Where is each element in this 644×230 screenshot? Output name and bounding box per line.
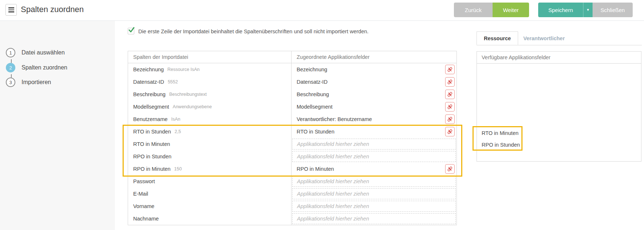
import-column-label: Beschreibung xyxy=(133,91,166,97)
drop-target-placeholder[interactable]: Applikationsfeld hierher ziehen xyxy=(292,213,456,224)
available-fields-header: Verfügbare Applikationsfelder xyxy=(477,52,641,64)
import-column-sample: 150 xyxy=(174,166,182,171)
table-row: RPO in Stunden Applikationsfeld hierher … xyxy=(128,150,456,163)
import-column-cell: Nachname xyxy=(128,212,292,225)
import-column-cell: Bezeichnung Ressource IsAn xyxy=(128,63,292,76)
import-column-label: E-Mail xyxy=(133,191,148,197)
step-number-2: 2 xyxy=(6,63,15,72)
mapped-field-cell: Applikationsfeld hierher ziehen xyxy=(292,212,456,225)
drop-target-placeholder[interactable]: Applikationsfeld hierher ziehen xyxy=(292,139,456,150)
unlink-button[interactable] xyxy=(445,90,455,99)
import-column-sample: IsAn xyxy=(171,117,180,122)
page-title: Spalten zuordnen xyxy=(21,5,84,14)
next-button[interactable]: Weiter xyxy=(493,3,529,17)
table-row: RTO in Minuten Applikationsfeld hierher … xyxy=(128,138,456,150)
mapped-field-label: RPO in Minuten xyxy=(297,166,334,172)
available-field-rpo-stunden[interactable]: RPO in Stunden xyxy=(477,139,641,151)
unlink-button[interactable] xyxy=(445,102,455,112)
mapped-field-label: Datensatz-ID xyxy=(297,79,328,85)
field-source-tabs: Ressource Verantwortlicher xyxy=(477,31,642,45)
mapped-field-cell: Applikationsfeld hierher ziehen xyxy=(292,150,456,163)
wizard-stepper: 1 Datei auswählen 2 Spalten zuordnen 3 I… xyxy=(0,21,115,230)
header-row-checkbox[interactable] xyxy=(128,28,134,34)
import-column-label: Nachname xyxy=(133,216,159,222)
mapped-field-cell: Applikationsfeld hierher ziehen xyxy=(292,138,456,150)
mapped-field-cell: Modellsegment xyxy=(292,101,456,113)
unlink-button[interactable] xyxy=(445,65,455,74)
import-column-cell: RPO in Stunden xyxy=(128,150,292,163)
mapping-table-header: Spalten der Importdatei Zugeordnete Appl… xyxy=(128,51,456,63)
unlink-icon xyxy=(447,166,453,172)
mapped-field-cell: Verantwortlicher: Benutzername xyxy=(292,113,456,125)
import-column-cell: Datensatz-ID 5552 xyxy=(128,76,292,88)
mapped-field-cell: Applikationsfeld hierher ziehen xyxy=(292,175,456,188)
unlink-button[interactable] xyxy=(445,114,455,124)
import-columns-header: Spalten der Importdatei xyxy=(128,51,292,63)
save-dropdown-button[interactable]: ▼ xyxy=(583,3,593,17)
mapping-table-body: Bezeichnung Ressource IsAn Bezeichnung D… xyxy=(128,63,456,225)
unlink-icon xyxy=(447,116,453,122)
save-button[interactable]: Speichern xyxy=(538,3,583,17)
import-column-label: RPO in Stunden xyxy=(133,154,171,159)
step-item-3[interactable]: 3 Importieren xyxy=(6,78,51,87)
header-row-checkbox-label: Die erste Zeile der Importdatei beinhalt… xyxy=(138,28,369,34)
unlink-button[interactable] xyxy=(445,164,455,174)
table-row: Benutzername IsAn Verantwortlicher: Benu… xyxy=(128,113,456,125)
drop-target-placeholder[interactable]: Applikationsfeld hierher ziehen xyxy=(292,176,456,187)
import-column-cell: Vorname xyxy=(128,200,292,212)
unlink-icon xyxy=(447,67,453,72)
tab-ressource[interactable]: Ressource xyxy=(477,31,518,45)
import-column-sample: Beschreibungstext xyxy=(169,92,207,97)
step-label-2: Spalten zuordnen xyxy=(22,64,67,71)
import-column-cell: Beschreibung Beschreibungstext xyxy=(128,88,292,101)
import-column-label: Modellsegment xyxy=(133,104,169,110)
available-field-rto-minuten[interactable]: RTO in Minuten xyxy=(477,127,641,139)
step-item-2[interactable]: 2 Spalten zuordnen xyxy=(6,63,67,72)
table-row: Beschreibung Beschreibungstext Beschreib… xyxy=(128,88,456,101)
import-column-label: Bezeichnung xyxy=(133,67,164,72)
drop-target-placeholder[interactable]: Applikationsfeld hierher ziehen xyxy=(292,151,456,162)
tab-verantwortlicher[interactable]: Verantwortlicher xyxy=(518,31,570,45)
drop-target-placeholder[interactable]: Applikationsfeld hierher ziehen xyxy=(292,188,456,199)
step-connector xyxy=(11,59,12,63)
step-label-3: Importieren xyxy=(22,79,51,86)
mapped-field-label: Bezeichnung xyxy=(297,67,327,72)
table-row: Passwort Applikationsfeld hierher ziehen xyxy=(128,175,456,188)
table-row: Nachname Applikationsfeld hierher ziehen xyxy=(128,212,456,225)
close-button[interactable]: Schließen xyxy=(593,3,633,17)
mapped-field-label: RTO in Stunden xyxy=(297,129,334,135)
unlink-icon xyxy=(447,129,453,135)
available-fields-list: RTO in Minuten RPO in Stunden xyxy=(477,64,641,151)
drop-target-placeholder[interactable]: Applikationsfeld hierher ziehen xyxy=(292,201,456,212)
step-number-1: 1 xyxy=(6,48,15,57)
import-column-cell: Benutzername IsAn xyxy=(128,113,292,125)
import-column-cell: RPO in Minuten 150 xyxy=(128,163,292,175)
table-row: Bezeichnung Ressource IsAn Bezeichnung xyxy=(128,63,456,76)
unlink-button[interactable] xyxy=(445,127,455,136)
step-item-1[interactable]: 1 Datei auswählen xyxy=(6,48,65,57)
import-column-sample: Ressource IsAn xyxy=(167,67,200,72)
hamburger-button[interactable] xyxy=(5,4,17,16)
import-column-cell: RTO in Stunden 2,5 xyxy=(128,125,292,138)
import-wizard-screen: Spalten zuordnen Zurück Weiter Speichern… xyxy=(0,0,644,230)
back-button[interactable]: Zurück xyxy=(454,3,493,17)
unlink-button[interactable] xyxy=(445,77,455,87)
import-column-cell: E-Mail xyxy=(128,188,292,200)
topbar: Spalten zuordnen Zurück Weiter Speichern… xyxy=(0,0,644,21)
import-column-sample: 2,5 xyxy=(174,129,181,134)
save-button-group: Speichern ▼ Schließen xyxy=(538,3,633,17)
unlink-icon xyxy=(447,79,453,85)
nav-button-group: Zurück Weiter xyxy=(454,3,529,17)
step-number-3: 3 xyxy=(6,78,15,87)
import-column-sample: Anwendungsebene xyxy=(173,104,212,109)
step-label-1: Datei auswählen xyxy=(22,49,65,56)
unlink-icon xyxy=(447,91,453,97)
mapped-field-cell: Bezeichnung xyxy=(292,63,456,76)
import-column-sample: 5552 xyxy=(168,79,178,84)
import-column-label: Vorname xyxy=(133,203,154,209)
mapping-table: Spalten der Importdatei Zugeordnete Appl… xyxy=(128,51,457,225)
header-row-option: Die erste Zeile der Importdatei beinhalt… xyxy=(128,28,369,34)
mapped-field-label: Verantwortlicher: Benutzername xyxy=(297,116,372,122)
import-column-label: RPO in Minuten xyxy=(133,166,170,172)
checkmark-icon xyxy=(128,27,135,33)
